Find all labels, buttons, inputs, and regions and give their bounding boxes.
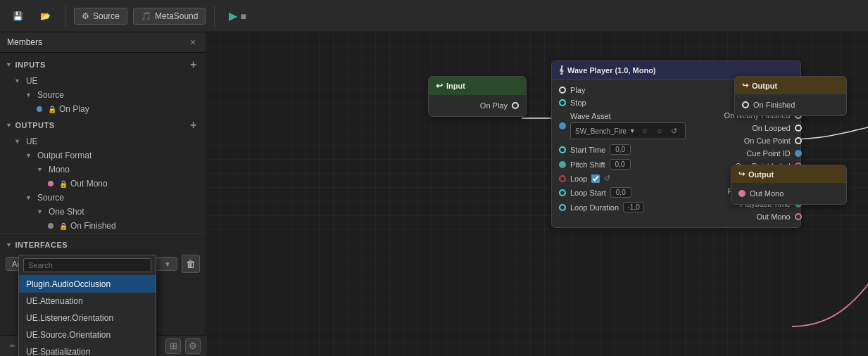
wave-asset-btn-1[interactable]: ○ [639,125,651,137]
metasound-label: MetaSound [155,11,198,21]
on-play-dot [37,106,42,112]
main-layout: Members × ▼ INPUTS + ▼ UE ▼ Source [0,32,868,356]
out-mono-item[interactable]: 🔒 Out Mono [41,177,206,191]
out-mono-in-label: Out Mono [750,189,784,198]
dropdown-item-4[interactable]: UE.Spatialization [19,343,156,356]
one-shot-subtree: 🔒 On Finished [30,219,206,233]
interfaces-chevron: ▼ [6,241,12,248]
chevron-down-icon: ▼ [164,260,171,268]
dropdown-item-0[interactable]: Plugin.AudioOcclusion [19,276,156,293]
add-input-button[interactable]: + [187,58,200,71]
inputs-source-item[interactable]: ▼ Source [18,88,206,102]
dropdown-search-container [19,255,156,276]
cue-point-id-label: Cue Point ID [746,149,790,158]
outputs-ue-chevron: ▼ [14,138,20,145]
interfaces-header[interactable]: ▼ Interfaces [0,238,206,252]
on-finished-dot [48,223,54,229]
gear-icon: ⚙ [82,11,89,21]
on-looped-row: On Looped [693,122,809,134]
start-time-row: Start Time 0,0 [552,142,693,157]
inputs-ue-item[interactable]: ▼ UE [7,74,206,88]
loop-start-value[interactable]: 0,0 [610,187,631,198]
settings-button[interactable]: ⚙ [185,338,201,354]
pitch-shift-value[interactable]: 0,0 [610,159,631,170]
wave-asset-reset-btn[interactable]: ↺ [668,125,681,137]
wave-player-left-ports: Play Stop Wave Asset SW_Bench_Fire [552,84,693,223]
on-finished-label: On Finished [70,221,116,231]
mono-item[interactable]: ▼ Mono [30,163,206,177]
output-node-1-icon: ↪ [742,81,748,90]
play-port-row: Play [552,84,693,96]
out-mono-label: Out Mono [756,212,790,221]
wave-asset-value: SW_Bench_Fire [575,127,627,135]
inputs-ue-subtree: ▼ Source 🔒 On Play [7,88,206,116]
dropdown-search-input[interactable] [23,258,151,272]
output-node-2-body: Out Mono [731,183,846,204]
input-node: ↩ Input On Play [428,76,527,117]
loop-duration-value[interactable]: -1,0 [623,202,644,212]
output-format-subtree: ▼ Mono 🔒 Out Mono [18,163,206,191]
output-node-2-header: ↪ Output [731,165,846,183]
output-node-1-body: On Finished [735,94,846,115]
one-shot-item[interactable]: ▼ One Shot [30,205,206,219]
open-button[interactable]: 📂 [34,8,56,24]
loop-label: Loop [570,174,587,183]
outputs-ue-subtree: ▼ Output Format ▼ Mono 🔒 Out Mono [7,148,206,233]
one-shot-label: One Shot [49,207,84,217]
metasound-button[interactable]: 🎵 MetaSound [133,8,206,25]
metasound-icon: 🎵 [141,11,151,21]
close-members-button[interactable]: × [187,37,199,48]
add-output-button[interactable]: + [187,119,200,132]
loop-checkbox[interactable] [591,174,600,183]
outputs-ue-item[interactable]: ▼ UE [7,134,206,148]
dropdown-item-1[interactable]: UE.Attenuation [19,293,156,310]
play-button[interactable]: ▶ ■ [223,6,251,25]
start-time-label: Start Time [570,146,605,154]
loop-row: Loop ↺ [552,172,693,185]
save-button[interactable]: 💾 [7,8,29,24]
members-label: Members [7,37,183,47]
wave-asset-row: Wave Asset SW_Bench_Fire ▼ ○ ○ ↺ [552,109,693,142]
pitch-shift-dot [559,161,566,168]
dropdown-item-2[interactable]: UE.Listener.Orientation [19,310,156,326]
out-mono-lock-icon: 🔒 [59,180,68,188]
on-finished-in-row: On Finished [735,98,846,111]
loop-reset-icon[interactable]: ↺ [604,174,610,183]
input-node-icon: ↩ [436,81,443,91]
on-play-item[interactable]: 🔒 On Play [30,102,206,116]
wave-asset-dropdown[interactable]: SW_Bench_Fire ▼ ○ ○ ↺ [570,122,686,139]
toolbar: 💾 📂 ⚙ Source 🎵 MetaSound ▶ ■ [0,0,868,32]
source-button[interactable]: ⚙ Source [74,8,127,25]
on-play-port-row: On Play [429,99,526,112]
edit-icon: ✏ [6,342,15,350]
output-node-1-title: Output [752,82,777,90]
stop-port-dot [559,99,566,106]
mono-label: Mono [49,165,70,174]
stop-icon: ■ [240,11,246,22]
output-format-item[interactable]: ▼ Output Format [18,148,206,163]
start-time-value[interactable]: 0,0 [610,144,631,155]
node-canvas[interactable]: ↩ Input On Play 𝄞 Wave Player (1.0, Mono… [206,32,868,356]
outputs-section-header[interactable]: ▼ OUTPUTS + [0,116,206,134]
output-format-label: Output Format [37,151,92,160]
wave-asset-dot [559,122,566,129]
wave-asset-container: Wave Asset SW_Bench_Fire ▼ ○ ○ ↺ [570,112,686,139]
grid-button[interactable]: ⊞ [165,338,181,354]
on-finished-in-label: On Finished [753,101,795,109]
delete-interface-button[interactable]: 🗑 [182,255,200,273]
wave-asset-btn-2[interactable]: ○ [653,125,666,137]
input-node-body: On Play [429,95,526,116]
on-finished-lock-icon: 🔒 [59,222,68,230]
on-finished-in-dot [742,101,749,108]
play-icon: ▶ [229,9,237,23]
on-finished-item[interactable]: 🔒 On Finished [41,219,206,233]
source-chevron: ▼ [25,91,32,98]
inputs-section-header[interactable]: ▼ INPUTS + [0,56,206,74]
inputs-chevron: ▼ [6,61,12,68]
outputs-source-chevron: ▼ [25,194,32,201]
outputs-source-item[interactable]: ▼ Source [18,191,206,205]
loop-start-row: Loop Start 0,0 [552,185,693,200]
out-mono-row: Out Mono [693,210,809,223]
left-panel: Members × ▼ INPUTS + ▼ UE ▼ Source [0,32,206,356]
dropdown-item-3[interactable]: UE.Source.Orientation [19,326,156,343]
